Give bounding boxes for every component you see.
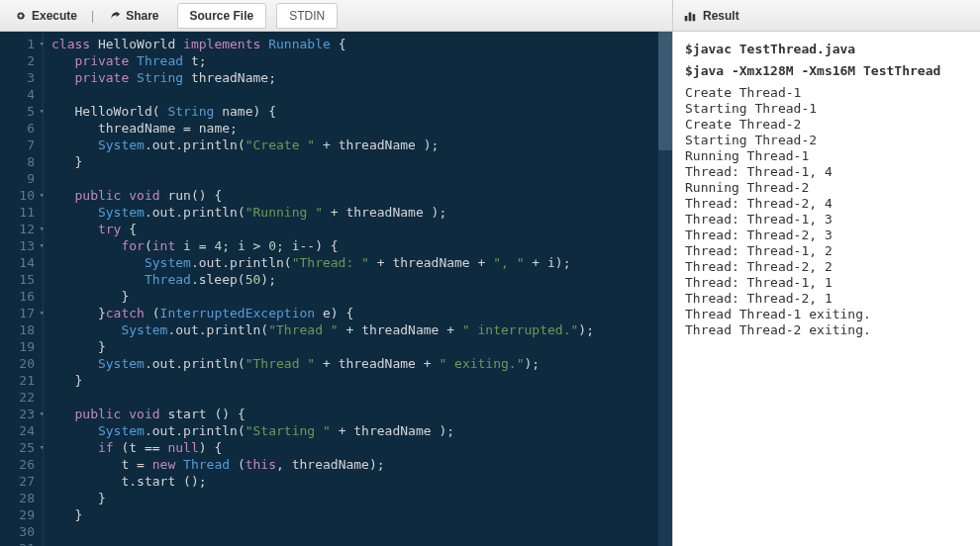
code-line[interactable]: HelloWorld( String name) { <box>51 103 650 120</box>
code-line[interactable]: for(int i = 4; i > 0; i--) { <box>51 237 650 254</box>
code-line[interactable] <box>51 523 650 540</box>
output-line: Thread Thread-2 exiting. <box>685 322 968 338</box>
line-number: 2 <box>0 52 43 69</box>
line-number: 11 <box>0 204 43 221</box>
output-line: Starting Thread-1 <box>685 101 968 117</box>
output-line: Running Thread-1 <box>685 148 968 164</box>
tab-source-file[interactable]: Source File <box>177 3 267 29</box>
line-number: 25 <box>0 439 43 456</box>
line-number: 8 <box>0 153 43 170</box>
line-number: 5 <box>0 103 43 120</box>
line-number: 6 <box>0 120 43 136</box>
code-line[interactable] <box>51 86 650 103</box>
line-number: 21 <box>0 372 43 389</box>
code-line[interactable]: private Thread t; <box>51 52 650 69</box>
scroll-thumb[interactable] <box>658 32 672 150</box>
result-cmd-compile: $javac TestThread.java <box>685 42 968 57</box>
line-number: 30 <box>0 523 43 540</box>
code-line[interactable]: threadName = name; <box>51 120 650 136</box>
code-line[interactable]: public void run() { <box>51 187 650 204</box>
line-number: 13 <box>0 237 43 254</box>
line-gutter: 1234567891011121314151617181920212223242… <box>0 32 44 546</box>
code-line[interactable]: class HelloWorld implements Runnable { <box>51 36 650 52</box>
line-number: 24 <box>0 422 43 439</box>
line-number: 4 <box>0 86 43 103</box>
output-line: Thread: Thread-2, 2 <box>685 259 968 275</box>
line-number: 10 <box>0 187 43 204</box>
code-line[interactable]: System.out.println("Starting " + threadN… <box>51 422 650 439</box>
line-number: 17 <box>0 305 43 321</box>
code-line[interactable]: System.out.println("Running " + threadNa… <box>51 204 650 221</box>
result-header: Result <box>673 0 980 32</box>
output-line: Thread: Thread-2, 1 <box>685 291 968 307</box>
editor-panel: Execute | Share Source File STDIN 123456… <box>0 0 673 546</box>
line-number: 29 <box>0 506 43 523</box>
share-button[interactable]: Share <box>100 5 166 27</box>
code-line[interactable]: } <box>51 153 650 170</box>
line-number: 15 <box>0 271 43 288</box>
toolbar-separator: | <box>91 9 94 23</box>
result-panel: Result $javac TestThread.java $java -Xmx… <box>673 0 980 546</box>
line-number: 22 <box>0 389 43 406</box>
code-line[interactable]: } <box>51 506 650 523</box>
output-line: Create Thread-1 <box>685 85 968 101</box>
code-line[interactable]: t = new Thread (this, threadName); <box>51 456 650 473</box>
output-line: Thread: Thread-1, 3 <box>685 212 968 228</box>
code-line[interactable]: public void start () { <box>51 406 650 422</box>
code-line[interactable]: } <box>51 338 650 355</box>
output-line: Thread: Thread-2, 3 <box>685 228 968 243</box>
execute-button[interactable]: Execute <box>6 5 85 27</box>
line-number: 1 <box>0 36 43 52</box>
gear-run-icon <box>14 9 28 23</box>
code-line[interactable]: } <box>51 288 650 305</box>
code-line[interactable]: System.out.println("Thread: " + threadNa… <box>51 254 650 271</box>
output-line: Starting Thread-2 <box>685 133 968 148</box>
code-line[interactable] <box>51 389 650 406</box>
line-number: 19 <box>0 338 43 355</box>
code-line[interactable]: try { <box>51 221 650 237</box>
toolbar: Execute | Share Source File STDIN <box>0 0 672 32</box>
svg-rect-1 <box>689 12 692 21</box>
line-number: 27 <box>0 473 43 490</box>
code-line[interactable]: }catch (InterruptedException e) { <box>51 305 650 321</box>
code-line[interactable]: System.out.println("Create " + threadNam… <box>51 136 650 153</box>
code-line[interactable] <box>51 540 650 546</box>
tab-stdin[interactable]: STDIN <box>276 3 338 29</box>
result-body: $javac TestThread.java $java -Xmx128M -X… <box>673 32 980 546</box>
output-line: Running Thread-2 <box>685 180 968 196</box>
code-line[interactable]: } <box>51 372 650 389</box>
line-number: 31 <box>0 540 43 546</box>
output-line: Thread: Thread-1, 1 <box>685 275 968 291</box>
code-line[interactable]: private String threadName; <box>51 69 650 86</box>
output-line: Thread Thread-1 exiting. <box>685 307 968 322</box>
output-line: Thread: Thread-1, 4 <box>685 164 968 180</box>
line-number: 14 <box>0 254 43 271</box>
result-title: Result <box>703 9 739 23</box>
share-label: Share <box>126 9 158 23</box>
vertical-scrollbar[interactable] <box>658 32 672 546</box>
code-editor[interactable]: 1234567891011121314151617181920212223242… <box>0 32 672 546</box>
code-line[interactable]: t.start (); <box>51 473 650 490</box>
line-number: 16 <box>0 288 43 305</box>
code-line[interactable]: System.out.println("Thread " + threadNam… <box>51 321 650 338</box>
line-number: 23 <box>0 406 43 422</box>
code-line[interactable]: Thread.sleep(50); <box>51 271 650 288</box>
result-cmd-run: $java -Xmx128M -Xms16M TestThread <box>685 63 968 79</box>
output-line: Thread: Thread-1, 2 <box>685 243 968 259</box>
line-number: 18 <box>0 321 43 338</box>
line-number: 20 <box>0 355 43 372</box>
line-number: 9 <box>0 170 43 187</box>
line-number: 12 <box>0 221 43 237</box>
code-line[interactable]: } <box>51 490 650 506</box>
share-icon <box>108 9 122 23</box>
output-line: Thread: Thread-2, 4 <box>685 196 968 212</box>
line-number: 7 <box>0 136 43 153</box>
svg-rect-0 <box>685 16 688 21</box>
svg-rect-2 <box>693 14 696 21</box>
code-line[interactable]: if (t == null) { <box>51 439 650 456</box>
code-area[interactable]: class HelloWorld implements Runnable { p… <box>44 32 658 546</box>
code-line[interactable] <box>51 170 650 187</box>
code-line[interactable]: System.out.println("Thread " + threadNam… <box>51 355 650 372</box>
line-number: 3 <box>0 69 43 86</box>
result-output: Create Thread-1Starting Thread-1Create T… <box>685 85 968 338</box>
